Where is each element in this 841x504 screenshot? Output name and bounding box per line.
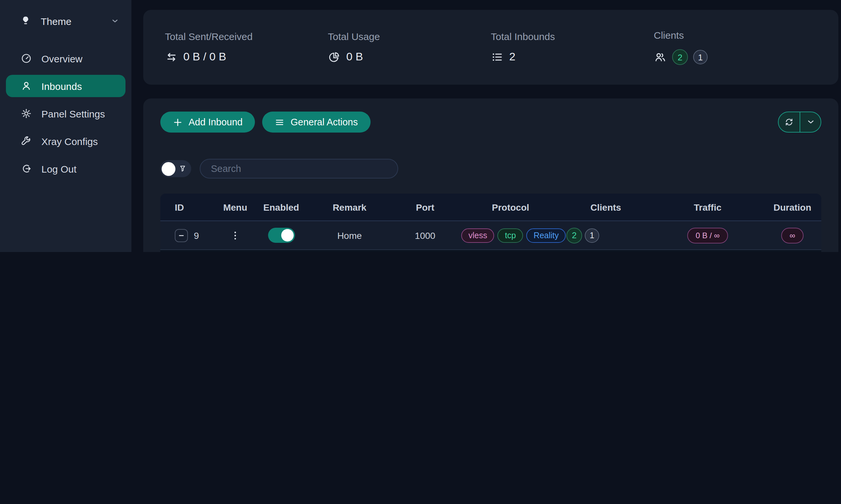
stat-label: Total Inbounds <box>491 31 654 42</box>
header-protocol: Protocol <box>461 202 560 212</box>
chevron-down-icon <box>110 16 120 25</box>
collapse-row-button[interactable] <box>175 229 188 242</box>
dashboard-icon <box>20 53 33 64</box>
header-remark: Remark <box>310 202 389 212</box>
add-inbound-button[interactable]: Add Inbound <box>160 111 255 132</box>
header-enabled: Enabled <box>252 202 310 212</box>
chevron-down-icon <box>806 118 815 127</box>
table-header-row: ID Menu Enabled Remark Port Protocol Cli… <box>160 194 821 221</box>
lightbulb-icon <box>20 15 32 27</box>
sidebar-item-panel-settings[interactable]: Panel Settings <box>6 102 125 125</box>
main-content: Total Sent/Received 0 B / 0 B Total Usag… <box>132 0 841 252</box>
sidebar-item-overview[interactable]: Overview <box>6 47 125 70</box>
protocol-tag-tcp: tcp <box>498 228 523 242</box>
sidebar-item-label: Panel Settings <box>41 108 105 119</box>
stat-value: 0 B / 0 B <box>183 51 226 64</box>
hamburger-icon <box>275 117 285 127</box>
sidebar-item-log-out[interactable]: Log Out <box>6 158 125 180</box>
toggle-knob <box>161 162 175 176</box>
stats-card: Total Sent/Received 0 B / 0 B Total Usag… <box>143 10 838 85</box>
inbound-enabled-toggle[interactable] <box>268 228 295 243</box>
traffic-badge: 0 B / ∞ <box>687 228 728 243</box>
inbound-remark: Home <box>310 230 389 240</box>
filter-toggle[interactable] <box>160 160 191 177</box>
header-id: ID <box>160 202 218 212</box>
inbound-id: 9 <box>194 230 199 240</box>
toggle-knob <box>281 229 293 241</box>
refresh-icon <box>784 117 794 127</box>
user-icon <box>20 80 33 92</box>
clients-header-row: Menu Enabled Online Client Traffic Durat… <box>175 250 819 252</box>
pie-chart-icon <box>328 51 341 64</box>
stat-label: Total Usage <box>328 31 491 42</box>
app-window: Theme Overview Inbounds <box>0 0 841 252</box>
header-menu: Menu <box>218 202 252 212</box>
general-actions-button[interactable]: General Actions <box>262 111 371 132</box>
inbound-row-9: 9 Home 1000 vless tcp Re <box>160 221 821 250</box>
transfer-arrows-icon <box>165 51 178 64</box>
header-duration: Duration <box>763 202 821 212</box>
wrench-icon <box>20 135 33 147</box>
search-row <box>160 159 821 179</box>
users-icon <box>654 51 667 64</box>
sidebar-item-xray-configs[interactable]: Xray Configs <box>6 130 125 152</box>
gear-icon <box>20 108 33 120</box>
list-icon <box>491 51 504 64</box>
header-port: Port <box>389 202 461 212</box>
logout-icon <box>20 163 33 175</box>
duration-badge: ∞ <box>781 228 804 243</box>
header-clients: Clients <box>560 202 652 212</box>
kebab-menu-icon <box>230 229 240 241</box>
stat-total-inbounds: Total Inbounds 2 <box>491 31 654 64</box>
sidebar-item-label: Overview <box>41 53 83 64</box>
minus-icon <box>177 231 185 239</box>
expanded-clients-section: Menu Enabled Online Client Traffic Durat… <box>160 250 821 252</box>
clients-total-badge: 1 <box>693 50 708 64</box>
protocol-tag-vless: vless <box>461 228 494 242</box>
refresh-options-button[interactable] <box>800 112 821 132</box>
sidebar-item-label: Inbounds <box>41 80 82 92</box>
stat-total-usage: Total Usage 0 B <box>328 31 491 64</box>
toolbar: Add Inbound General Actions <box>160 111 821 132</box>
stat-clients: Clients 2 1 <box>654 30 817 65</box>
stat-label: Total Sent/Received <box>165 31 328 42</box>
stat-label: Clients <box>654 30 817 41</box>
refresh-button[interactable] <box>778 112 800 132</box>
plus-icon <box>173 117 183 127</box>
stat-value: 0 B <box>346 51 363 64</box>
clients-active-badge: 2 <box>672 49 688 65</box>
general-actions-label: General Actions <box>291 117 358 127</box>
clients-total-badge: 1 <box>585 228 599 242</box>
refresh-button-group <box>778 111 821 132</box>
theme-selector[interactable]: Theme <box>0 9 132 33</box>
search-input[interactable] <box>200 159 398 179</box>
filter-funnel-icon <box>178 164 187 173</box>
sidebar: Theme Overview Inbounds <box>0 0 132 252</box>
theme-label: Theme <box>41 15 71 26</box>
stat-total-sent-received: Total Sent/Received 0 B / 0 B <box>165 31 328 64</box>
sidebar-item-label: Log Out <box>41 163 76 174</box>
stat-value: 2 <box>509 51 515 64</box>
clients-active-badge: 2 <box>566 228 582 243</box>
sidebar-item-label: Xray Configs <box>41 136 98 147</box>
inbounds-table: ID Menu Enabled Remark Port Protocol Cli… <box>160 194 821 252</box>
row-menu-button[interactable] <box>230 229 240 241</box>
sidebar-nav: Overview Inbounds Panel Settings Xray Co… <box>0 47 132 180</box>
add-inbound-label: Add Inbound <box>189 117 243 127</box>
inbounds-panel: Add Inbound General Actions <box>143 98 838 252</box>
sidebar-item-inbounds[interactable]: Inbounds <box>6 75 125 97</box>
inbound-port: 1000 <box>389 230 461 240</box>
header-traffic: Traffic <box>652 202 763 212</box>
